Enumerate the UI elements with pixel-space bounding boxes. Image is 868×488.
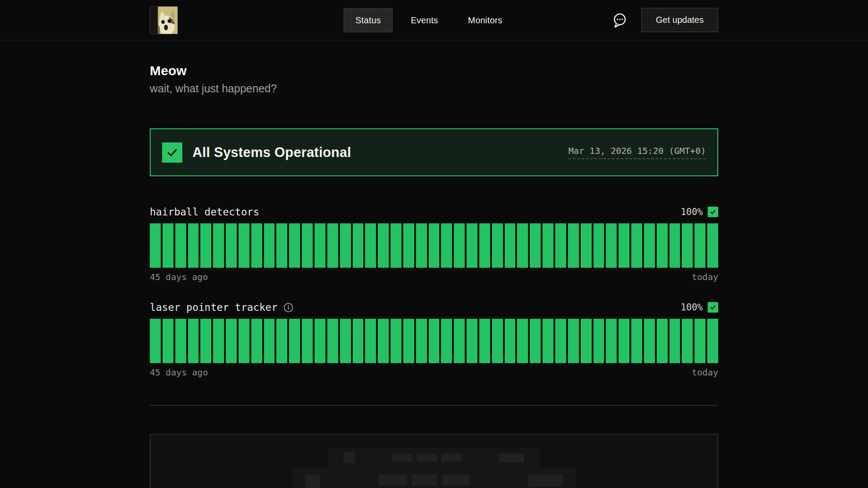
uptime-bar[interactable] [606, 319, 617, 363]
uptime-bar[interactable] [226, 223, 237, 268]
uptime-bar[interactable] [492, 223, 503, 268]
uptime-bar[interactable] [302, 319, 313, 363]
uptime-bar[interactable] [555, 319, 566, 363]
uptime-bar[interactable] [505, 319, 516, 363]
uptime-bar[interactable] [239, 223, 250, 268]
uptime-bar[interactable] [581, 319, 592, 363]
uptime-bar[interactable] [378, 223, 389, 268]
uptime-bar[interactable] [163, 223, 174, 268]
uptime-bar[interactable] [302, 223, 313, 268]
uptime-bar[interactable] [479, 319, 490, 363]
uptime-bar[interactable] [150, 319, 161, 363]
uptime-bar[interactable] [327, 319, 338, 363]
info-icon[interactable] [283, 302, 294, 313]
uptime-bar[interactable] [555, 223, 566, 268]
uptime-bar[interactable] [416, 319, 427, 363]
uptime-bar[interactable] [188, 319, 199, 363]
uptime-bar[interactable] [353, 223, 364, 268]
uptime-bar[interactable] [618, 223, 629, 268]
uptime-bar[interactable] [289, 223, 300, 268]
uptime-bar[interactable] [365, 223, 376, 268]
uptime-bar[interactable] [340, 223, 351, 268]
tab-events[interactable]: Events [399, 8, 450, 32]
uptime-bar[interactable] [568, 319, 579, 363]
uptime-bar[interactable] [669, 319, 680, 363]
uptime-bar[interactable] [707, 319, 718, 363]
uptime-bar[interactable] [391, 223, 401, 268]
uptime-bar[interactable] [441, 319, 452, 363]
chat-button[interactable] [610, 10, 630, 30]
monitor: hairball detectors 100% [150, 206, 718, 282]
uptime-bar[interactable] [365, 319, 376, 363]
uptime-bar[interactable] [467, 319, 477, 363]
tab-monitors[interactable]: Monitors [456, 8, 514, 32]
tab-status[interactable]: Status [344, 8, 393, 32]
uptime-bar[interactable] [150, 223, 161, 268]
uptime-bar[interactable] [213, 319, 224, 363]
uptime-bar[interactable] [353, 319, 364, 363]
uptime-bar[interactable] [441, 223, 452, 268]
uptime-bar[interactable] [289, 319, 300, 363]
uptime-bar[interactable] [264, 223, 275, 268]
uptime-bar[interactable] [631, 223, 642, 268]
uptime-bar[interactable] [669, 223, 680, 268]
uptime-bar[interactable] [175, 319, 186, 363]
uptime-bar[interactable] [707, 223, 718, 268]
uptime-bar[interactable] [200, 223, 211, 268]
uptime-bar[interactable] [581, 223, 592, 268]
uptime-bar[interactable] [264, 319, 275, 363]
uptime-bar[interactable] [251, 223, 262, 268]
uptime-bar[interactable] [175, 223, 186, 268]
uptime-bar[interactable] [403, 319, 414, 363]
uptime-bar[interactable] [429, 319, 440, 363]
status-timestamp[interactable]: Mar 13, 2026 15:20 (GMT+0) [568, 146, 706, 159]
uptime-bar[interactable] [315, 223, 326, 268]
uptime-bar[interactable] [416, 223, 427, 268]
uptime-bar[interactable] [657, 319, 668, 363]
uptime-bar[interactable] [429, 223, 440, 268]
uptime-bar[interactable] [517, 223, 528, 268]
uptime-bar[interactable] [378, 319, 389, 363]
uptime-bar[interactable] [530, 223, 541, 268]
uptime-bar[interactable] [568, 223, 579, 268]
uptime-bar[interactable] [403, 223, 414, 268]
uptime-bar[interactable] [479, 223, 490, 268]
uptime-bar[interactable] [327, 223, 338, 268]
page-subtitle: wait, what just happened? [150, 82, 718, 95]
uptime-bar[interactable] [315, 319, 326, 363]
cat-logo[interactable] [150, 6, 178, 34]
uptime-bar[interactable] [454, 223, 465, 268]
uptime-bar[interactable] [530, 319, 541, 363]
uptime-bar[interactable] [226, 319, 237, 363]
uptime-bar[interactable] [517, 319, 528, 363]
uptime-bar[interactable] [200, 319, 211, 363]
uptime-bar[interactable] [505, 223, 516, 268]
uptime-bar[interactable] [542, 319, 553, 363]
uptime-bar[interactable] [682, 319, 693, 363]
get-updates-button[interactable]: Get updates [641, 8, 718, 32]
uptime-bar[interactable] [657, 223, 668, 268]
uptime-bar[interactable] [644, 223, 655, 268]
uptime-bar[interactable] [631, 319, 642, 363]
uptime-bar[interactable] [188, 223, 199, 268]
uptime-bar[interactable] [694, 319, 705, 363]
uptime-bar[interactable] [213, 223, 224, 268]
uptime-bar[interactable] [163, 319, 174, 363]
uptime-bar[interactable] [644, 319, 655, 363]
uptime-bar[interactable] [593, 223, 604, 268]
uptime-bar[interactable] [251, 319, 262, 363]
uptime-bar[interactable] [276, 223, 287, 268]
uptime-bar[interactable] [593, 319, 604, 363]
uptime-bar[interactable] [606, 223, 617, 268]
uptime-bar[interactable] [682, 223, 693, 268]
uptime-bar[interactable] [454, 319, 465, 363]
uptime-bar[interactable] [492, 319, 503, 363]
uptime-bar[interactable] [391, 319, 401, 363]
uptime-bar[interactable] [340, 319, 351, 363]
uptime-bar[interactable] [276, 319, 287, 363]
uptime-bar[interactable] [618, 319, 629, 363]
uptime-bar[interactable] [467, 223, 477, 268]
uptime-bar[interactable] [239, 319, 250, 363]
uptime-bar[interactable] [694, 223, 705, 268]
uptime-bar[interactable] [542, 223, 553, 268]
